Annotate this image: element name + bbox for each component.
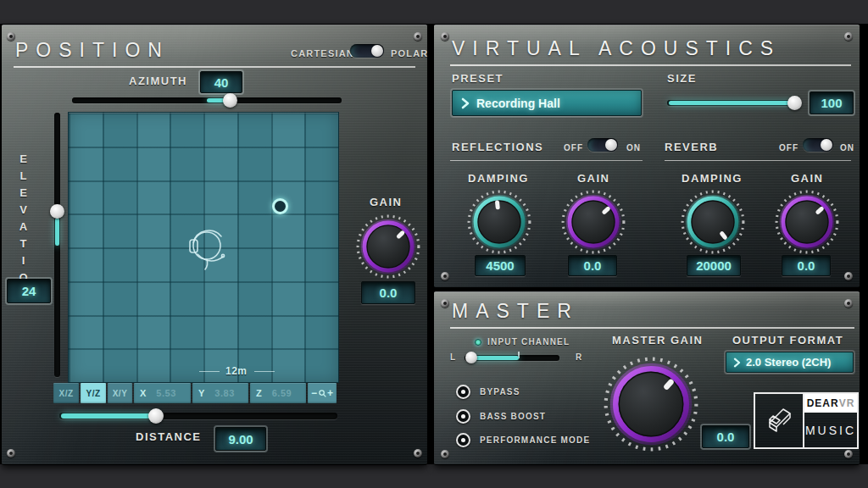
brand-light: VR: [839, 397, 855, 409]
coord-y[interactable]: Y 3.83: [192, 383, 248, 403]
master-title-rule: [450, 327, 854, 329]
reverb-gain-label: GAIN: [791, 172, 824, 185]
coord-x[interactable]: X 5.53: [134, 383, 191, 403]
size-label: SIZE: [667, 72, 697, 85]
reflections-on-label[interactable]: ON: [626, 143, 641, 152]
dearvr-logo-icon: [755, 394, 804, 447]
screw-icon: [7, 32, 15, 41]
reverb-gain-knob[interactable]: [774, 189, 840, 255]
distance-slider-handle[interactable]: [148, 408, 164, 424]
scale-line-right: [254, 371, 275, 372]
magnifier-icon: [319, 390, 326, 397]
bottom-margin-bar: [0, 464, 868, 488]
toggle-knob-icon: [605, 139, 617, 151]
zoom-in-button[interactable]: +: [327, 389, 333, 397]
reflections-off-label[interactable]: OFF: [564, 143, 583, 152]
screw-icon: [441, 450, 449, 458]
top-margin-bar: [0, 0, 868, 24]
reverb-damping-knob[interactable]: [680, 189, 746, 255]
screw-icon: [844, 272, 853, 280]
reverb-gain-value[interactable]: 0.0: [782, 255, 831, 276]
reverb-off-label[interactable]: OFF: [779, 143, 798, 152]
master-gain-knob[interactable]: [602, 355, 700, 453]
distance-value[interactable]: 9.00: [215, 427, 266, 451]
chevron-right-icon: [461, 97, 470, 109]
toggle-knob-icon: [821, 139, 832, 151]
azimuth-slider-handle[interactable]: [223, 93, 237, 108]
reflections-label: REFLECTIONS: [452, 141, 543, 153]
coord-x-axis: X: [140, 388, 146, 398]
performance-mode-label[interactable]: PERFORMANCE MODE: [480, 435, 590, 445]
size-value[interactable]: 100: [810, 92, 854, 114]
sound-source-marker[interactable]: [272, 198, 288, 214]
screw-icon: [441, 272, 449, 280]
master-gain-value[interactable]: 0.0: [702, 425, 749, 448]
output-format-label: OUTPUT FORMAT: [732, 334, 843, 347]
coord-z[interactable]: Z 6.59: [250, 383, 306, 403]
reflections-gain-label: GAIN: [577, 172, 610, 185]
polar-label[interactable]: POLAR: [391, 48, 429, 58]
reflections-damping-value[interactable]: 4500: [475, 255, 526, 276]
elevation-value[interactable]: 24: [7, 279, 51, 303]
preset-dropdown[interactable]: Recording Hall: [452, 90, 642, 116]
cartesian-label[interactable]: CARTESIAN: [291, 48, 354, 58]
screw-icon: [7, 449, 15, 458]
size-slider-handle[interactable]: [787, 96, 802, 110]
channel-right-label: R: [576, 352, 582, 362]
cartesian-polar-toggle[interactable]: [350, 44, 384, 58]
bypass-radio[interactable]: [456, 385, 470, 399]
zoom-out-button[interactable]: −: [311, 389, 317, 397]
distance-slider-fill: [61, 413, 156, 419]
screw-icon: [414, 449, 422, 458]
reflections-gain-knob[interactable]: [560, 189, 626, 255]
virtual-acoustics-title: VIRTUAL ACOUSTICS: [452, 37, 781, 60]
bass-boost-radio[interactable]: [456, 409, 470, 424]
reflections-gain-value[interactable]: 0.0: [568, 255, 617, 276]
output-format-dropdown[interactable]: 2.0 Stereo (2CH): [726, 352, 854, 373]
position-gain-value[interactable]: 0.0: [361, 281, 415, 304]
performance-mode-radio[interactable]: [456, 433, 470, 447]
reflections-damping-label: DAMPING: [468, 172, 529, 185]
azimuth-label: AZIMUTH: [129, 75, 187, 87]
dearvr-brand: DEAR VR: [804, 394, 857, 413]
input-channel-indicator: [475, 339, 481, 346]
tab-xy[interactable]: X/Y: [108, 383, 132, 403]
reverb-label: REVERB: [665, 141, 718, 153]
coord-y-value: 3.83: [214, 388, 234, 398]
reverb-on-label[interactable]: ON: [840, 143, 854, 152]
reverb-damping-value[interactable]: 20000: [687, 255, 741, 276]
screw-icon: [844, 450, 853, 458]
reverb-rule: [665, 160, 851, 161]
brand-bold: DEAR: [807, 397, 839, 409]
distance-label: DISTANCE: [136, 430, 201, 443]
elevation-slider-handle[interactable]: [50, 204, 64, 219]
preset-label: PRESET: [452, 72, 504, 85]
bass-boost-label[interactable]: BASS BOOST: [480, 412, 546, 421]
tab-yz[interactable]: Y/Z: [81, 383, 106, 403]
azimuth-value[interactable]: 40: [200, 71, 242, 93]
grid-scale-label: 12m: [225, 365, 248, 377]
reflections-toggle[interactable]: [587, 138, 618, 152]
coord-x-value: 5.53: [156, 388, 175, 398]
screw-icon: [844, 299, 853, 308]
size-slider-fill: [669, 101, 793, 105]
output-format-value: 2.0 Stereo (2CH): [746, 356, 831, 369]
screw-icon: [844, 32, 853, 41]
position-title: POSITION: [15, 39, 170, 62]
position-gain-knob[interactable]: [355, 214, 421, 280]
listener-head-icon: [187, 220, 226, 273]
reverb-toggle[interactable]: [803, 138, 833, 152]
coord-y-axis: Y: [198, 388, 204, 398]
input-channel-slider-handle[interactable]: [465, 352, 477, 363]
reverb-damping-label: DAMPING: [682, 172, 743, 185]
channel-left-label: L: [450, 352, 456, 362]
reflections-damping-knob[interactable]: [466, 189, 532, 255]
scale-line-left: [199, 371, 220, 372]
bypass-label[interactable]: BYPASS: [480, 387, 520, 396]
position-title-rule: [14, 66, 415, 68]
screw-icon: [441, 32, 449, 41]
chevron-right-icon: [733, 358, 741, 368]
tab-xz[interactable]: X/Z: [53, 383, 79, 403]
toggle-knob-icon: [371, 45, 383, 57]
elevation-slider-fill: [55, 218, 59, 246]
